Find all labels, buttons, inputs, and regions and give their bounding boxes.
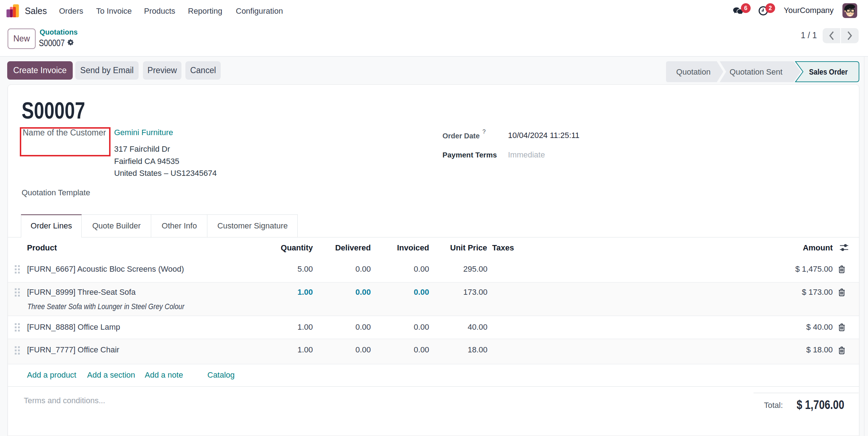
- svg-text:Sales Order: Sales Order: [809, 67, 847, 76]
- svg-text:Quotation Sent: Quotation Sent: [730, 67, 783, 76]
- svg-text:Quotation: Quotation: [676, 67, 710, 76]
